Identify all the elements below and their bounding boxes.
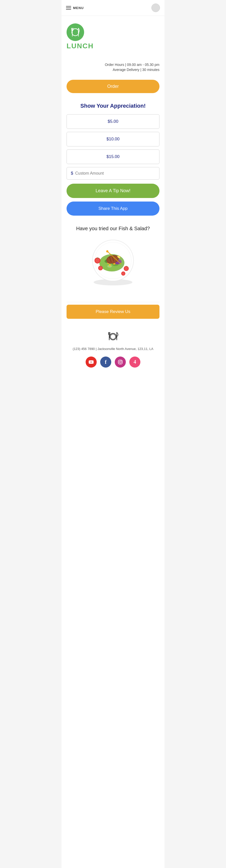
svg-point-40 [110,333,116,340]
appreciation-title: Show Your Appreciation! [67,103,159,109]
svg-point-46 [121,360,122,361]
tip-10-button[interactable]: $10.00 [67,132,159,147]
appreciation-section: Show Your Appreciation! $5.00 $10.00 $15… [62,98,164,223]
custom-amount-input[interactable] [75,171,155,176]
social-icons: f 4 [67,356,159,368]
avatar[interactable] [151,3,160,12]
svg-point-30 [99,267,102,270]
logo-section: LUNCH [62,16,164,53]
review-button[interactable]: Please Review Us [67,305,159,319]
svg-point-27 [95,258,100,263]
app-container: MENU LUNCH Order Hours | 09.00 am - 05. [62,0,164,868]
food-promo-title: Have you tried our Fish & Salad? [67,226,159,231]
order-hours: Order Hours | 09.00 am - 05.30 pm [67,63,159,67]
menu-button[interactable]: MENU [66,6,84,10]
hamburger-icon [66,6,71,9]
logo-text: LUNCH [67,42,94,50]
footer: (123) 456 7890 | Jacksonville North Aven… [62,326,164,378]
svg-line-34 [126,266,127,267]
food-image-container [85,237,141,292]
food-image [88,237,138,287]
footer-address: (123) 456 7890 | Jacksonville North Aven… [67,346,159,351]
facebook-icon[interactable]: f [100,356,111,368]
youtube-icon[interactable] [86,356,97,368]
share-button[interactable]: Share This App [67,202,159,216]
order-button[interactable]: Order [67,80,159,93]
svg-point-19 [109,264,111,266]
header: MENU [62,0,164,16]
svg-point-25 [106,250,109,253]
fork-knife-spoon-icon [70,27,81,38]
svg-point-41 [111,334,115,339]
food-section: Have you tried our Fish & Salad? [62,223,164,302]
instagram-icon[interactable] [115,356,126,368]
svg-point-36 [122,272,125,275]
svg-line-31 [101,266,101,267]
tip-5-button[interactable]: $5.00 [67,114,159,129]
svg-point-4 [72,29,79,36]
menu-label: MENU [73,6,84,10]
delivery-time: Average Delivery | 30 minutes [67,68,159,72]
custom-amount-prefix: $ [71,171,73,176]
tip-15-button[interactable]: $15.00 [67,150,159,164]
plate-utensils-icon [107,331,119,341]
svg-point-45 [119,361,121,363]
info-section: Order Hours | 09.00 am - 05.30 pm Averag… [62,53,164,75]
divider [67,302,159,302]
svg-point-33 [124,267,128,271]
foursquare-icon[interactable]: 4 [129,356,140,368]
footer-logo-icon [67,331,159,343]
leave-tip-button[interactable]: Leave A Tip Now! [67,184,159,198]
logo-circle [67,23,84,41]
custom-amount-wrapper: $ [67,167,159,180]
